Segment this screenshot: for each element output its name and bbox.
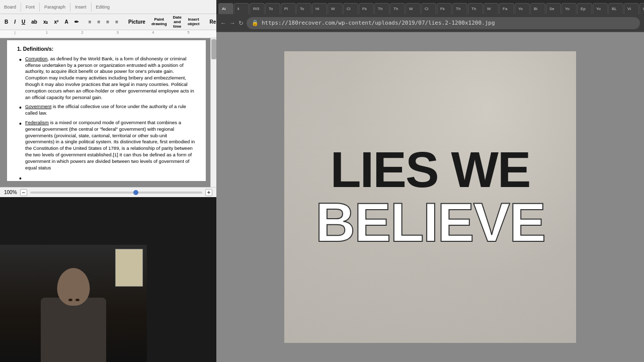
highlight-button[interactable]: ✏ [72, 18, 81, 26]
bullet-federalism: • Federalism is a mixed or compound mode… [17, 120, 196, 171]
ruler-mark-2: 2 [81, 30, 83, 35]
browser-area: AtliRI5ToPlToHiWClFkThThWClFkThThWFaYoBi… [216, 0, 644, 362]
zoom-percent: 100% [4, 190, 17, 195]
tab-bar: AtliRI5ToPlToHiWClFkThThWClFkThThWFaYoBi… [216, 0, 644, 14]
lock-icon: 🔒 [252, 20, 259, 26]
browser-tab-24[interactable]: Yo [593, 3, 608, 14]
toolbar: Board Font Paragraph Insert Editing B I … [0, 0, 216, 30]
ruler: | 1 2 3 4 5 [0, 30, 216, 38]
back-button[interactable]: ← [220, 20, 226, 27]
browser-tab-23[interactable]: Ep [577, 3, 592, 14]
corruption-def: , as defined by the World Bank, is a for… [25, 56, 194, 100]
person-left-eye [68, 299, 72, 301]
bullet-corruption: • Corruption, as defined by the World Ba… [17, 56, 196, 101]
paint-button[interactable]: Paintdrawing [149, 16, 170, 28]
toolbar-row2: B I U ab x₂ x² A ✏ ≡ ≡ ≡ ≡ Picture Paint… [0, 14, 216, 29]
browser-tab-21[interactable]: Se [546, 3, 561, 14]
align-right-button[interactable]: ≡ [104, 18, 112, 26]
bullet-dot-3: • [19, 120, 25, 171]
browser-tab-10[interactable]: Th [374, 3, 389, 14]
font-color-button[interactable]: A [62, 18, 70, 26]
browser-tab-27[interactable]: lk [639, 3, 644, 14]
bullet-text-3: Federalism is a mixed or compound mode o… [25, 120, 196, 171]
ruler-mark-1: 1 [46, 30, 48, 35]
sep1 [21, 3, 21, 12]
section1-heading: 1. Definition/s: [17, 45, 196, 53]
zoom-minus-button[interactable]: − [20, 189, 27, 196]
browser-tab-2[interactable]: RI5 [250, 3, 265, 14]
lies-image: LIES WE BELIEVE [284, 51, 576, 343]
ruler-mark-0: | [15, 30, 16, 35]
term-corruption: Corruption [25, 56, 47, 61]
doc-page[interactable]: 1. Definition/s: • Corruption, as define… [7, 40, 206, 181]
browser-bar: ← → ↻ 🔒 https://180recover.com/wp-conten… [216, 14, 644, 32]
subscript-button[interactable]: x₂ [41, 18, 51, 26]
zoom-slider-thumb[interactable] [133, 190, 138, 195]
zoom-bar: 100% − + [0, 187, 216, 197]
bullet-empty: • [17, 174, 196, 182]
sep2 [39, 3, 40, 12]
url-text: https://180recover.com/wp-content/upload… [262, 20, 495, 26]
forward-button[interactable]: → [229, 20, 235, 27]
align-left-button[interactable]: ≡ [86, 18, 94, 26]
person-head [57, 268, 90, 306]
browser-tab-15[interactable]: Th [452, 3, 467, 14]
bullet-dot-1: • [19, 56, 25, 101]
picture-button[interactable]: Picture [126, 18, 148, 26]
url-bar[interactable]: 🔒 https://180recover.com/wp-content/uplo… [247, 17, 640, 29]
paragraph-label: Paragraph [42, 5, 67, 10]
ruler-mark-3: 3 [117, 30, 119, 35]
lies-we-text: LIES WE [315, 144, 545, 195]
italic-button[interactable]: I [12, 18, 18, 26]
term-government: Government [25, 104, 51, 109]
browser-tab-20[interactable]: Bi [530, 3, 545, 14]
sep4 [91, 3, 92, 12]
browser-tab-13[interactable]: Cl [421, 3, 436, 14]
browser-tab-16[interactable]: Th [468, 3, 483, 14]
browser-tab-8[interactable]: Cl [343, 3, 358, 14]
bullet-text-2: Government is the official collective us… [25, 104, 196, 117]
federalism-def: is a mixed or compound mode of governmen… [25, 120, 195, 170]
browser-tab-4[interactable]: Pl [281, 3, 296, 14]
ruler-mark-4: 4 [152, 30, 154, 35]
board-label: Board [2, 5, 18, 10]
browser-tab-19[interactable]: Yo [515, 3, 530, 14]
browser-tab-7[interactable]: W [328, 3, 343, 14]
zoom-plus-button[interactable]: + [205, 189, 212, 196]
align-center-button[interactable]: ≡ [95, 18, 103, 26]
browser-tab-5[interactable]: To [296, 3, 311, 14]
browser-tab-22[interactable]: Yo [561, 3, 577, 14]
datetime-button[interactable]: Date andtime [171, 14, 184, 30]
browser-tab-17[interactable]: W [484, 3, 499, 14]
replace-button[interactable]: Replace [207, 18, 216, 26]
underline-button[interactable]: U [19, 18, 28, 26]
ruler-mark-5: 5 [187, 30, 189, 35]
zoom-slider-track[interactable] [30, 192, 202, 194]
justify-button[interactable]: ≡ [113, 18, 121, 26]
bullet-text-1: Corruption, as defined by the World Bank… [25, 56, 196, 101]
superscript-button[interactable]: x² [51, 18, 61, 26]
doc-area: 1. Definition/s: • Corruption, as define… [0, 38, 216, 187]
editing-label: Editing [94, 5, 112, 10]
bullet-dot-4: • [19, 175, 25, 182]
browser-tab-26[interactable]: Vi [624, 3, 639, 14]
browser-tab-12[interactable]: W [406, 3, 421, 14]
bullet-dot-2: • [19, 104, 25, 117]
bold-button[interactable]: B [2, 18, 11, 26]
browser-tab-0[interactable]: At [218, 3, 233, 14]
browser-tab-11[interactable]: Th [390, 3, 405, 14]
browser-tab-18[interactable]: Fa [499, 3, 514, 14]
browser-tab-9[interactable]: Fk [359, 3, 374, 14]
strikethrough-button[interactable]: ab [29, 18, 40, 26]
refresh-button[interactable]: ↻ [238, 20, 244, 27]
browser-tab-1[interactable]: li [234, 3, 249, 14]
toolbar-row1: Board Font Paragraph Insert Editing [0, 0, 216, 14]
browser-tab-6[interactable]: Hi [312, 3, 327, 14]
browser-tab-14[interactable]: Fk [437, 3, 452, 14]
below-doc-area [0, 197, 216, 245]
person-body [41, 298, 106, 362]
doc-scrollbar[interactable] [210, 38, 216, 187]
browser-tab-25[interactable]: BL [608, 3, 623, 14]
browser-tab-3[interactable]: To [265, 3, 280, 14]
insert-object-button[interactable]: Insertobject [185, 16, 202, 28]
